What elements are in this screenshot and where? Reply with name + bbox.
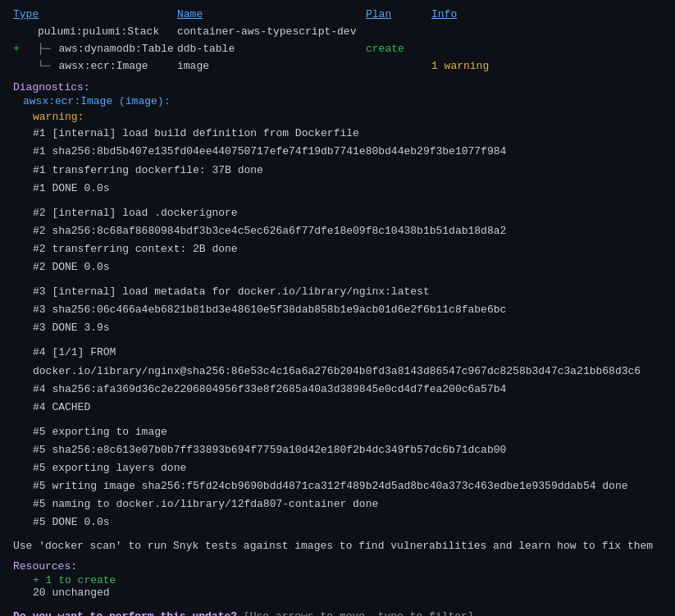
col-header-plan[interactable]: Plan bbox=[366, 8, 431, 21]
log-line: #4 CACHED bbox=[33, 399, 662, 417]
row-type: └─ awsx:ecr:Image bbox=[38, 58, 177, 75]
warning-keyword: warning: bbox=[33, 111, 84, 123]
log-line: #5 sha256:e8c613e07b0b7ff33893b694f7759a… bbox=[33, 441, 662, 459]
terminal: Type Name Plan Info pulumi:pulumi:Stack … bbox=[13, 8, 662, 616]
log-line: #5 exporting layers done bbox=[33, 459, 662, 477]
warning-count: 1 bbox=[431, 60, 445, 72]
log-line: #5 writing image sha256:f5fd24cb9690bdd4… bbox=[33, 477, 662, 495]
col-header-name[interactable]: Name bbox=[177, 8, 366, 21]
resources-header: Resources: bbox=[13, 560, 662, 573]
log-line: #3 [internal] load metadata for docker.i… bbox=[33, 283, 662, 301]
row-info: 1 warning bbox=[431, 58, 489, 75]
row-prefix bbox=[13, 24, 38, 41]
log-line: #5 naming to docker.io/library/12fda807-… bbox=[33, 495, 662, 513]
col-header-info[interactable]: Info bbox=[431, 8, 513, 21]
table-row: + ├─ aws:dynamodb:Table ddb-table create bbox=[13, 41, 662, 58]
tree-line-icon: └─ bbox=[38, 60, 51, 72]
prompt-section: Do you want to perform this update? [Use… bbox=[13, 610, 662, 616]
table-row: pulumi:pulumi:Stack container-aws-typesc… bbox=[13, 24, 662, 41]
log-line: #3 DONE 3.9s bbox=[33, 319, 662, 337]
col-header-type[interactable]: Type bbox=[13, 8, 177, 21]
resources-create-line: + 1 to create bbox=[33, 574, 662, 586]
ecr-image-header: awsx:ecr:Image (image): bbox=[23, 95, 662, 107]
log-line: #3 sha256:06c466a4eb6821b81bd3e48610e5f3… bbox=[33, 301, 662, 319]
resource-table: pulumi:pulumi:Stack container-aws-typesc… bbox=[13, 24, 662, 75]
row-plan: create bbox=[366, 41, 431, 58]
log-group-5: #5 exporting to image #5 sha256:e8c613e0… bbox=[33, 423, 662, 532]
diagnostics-section: Diagnostics: awsx:ecr:Image (image): war… bbox=[13, 81, 662, 552]
log-line: #2 [internal] load .dockerignore bbox=[33, 204, 662, 222]
table-row: └─ awsx:ecr:Image image 1 warning bbox=[13, 58, 662, 75]
log-line: #2 transferring context: 2B done bbox=[33, 240, 662, 258]
tree-line-icon: ├─ bbox=[38, 43, 51, 55]
log-line: #1 [internal] load build definition from… bbox=[33, 125, 662, 143]
log-line: #5 DONE 0.0s bbox=[33, 513, 662, 532]
row-type: pulumi:pulumi:Stack bbox=[38, 24, 177, 41]
row-name: image bbox=[177, 58, 366, 75]
snyk-message: Use 'docker scan' to run Snyk tests agai… bbox=[13, 540, 662, 552]
log-group-4: #4 [1/1] FROM docker.io/library/nginx@sh… bbox=[33, 344, 662, 416]
log-line: #2 sha256:8c68af8680984bdf3b3ce4c5ec626a… bbox=[33, 222, 662, 240]
prompt-question-line: Do you want to perform this update? [Use… bbox=[13, 610, 662, 616]
row-name: container-aws-typescript-dev bbox=[177, 24, 366, 41]
log-line: #1 DONE 0.0s bbox=[33, 180, 662, 198]
log-line: #2 DONE 0.0s bbox=[33, 258, 662, 276]
row-name: ddb-table bbox=[177, 41, 366, 58]
resources-unchanged-line: 20 unchanged bbox=[33, 586, 662, 599]
warning-line: warning: bbox=[33, 111, 662, 123]
log-line: #1 sha256:8bd5b407e135fd04ee440750717efe… bbox=[33, 143, 662, 161]
row-type: ├─ aws:dynamodb:Table bbox=[38, 41, 177, 58]
log-group-3: #3 [internal] load metadata for docker.i… bbox=[33, 283, 662, 337]
row-prefix bbox=[13, 58, 38, 75]
prompt-hint-text: [Use arrows to move, type to filter] bbox=[244, 610, 474, 616]
log-line: #4 sha256:afa369d36c2e2206804956f33e8f26… bbox=[33, 381, 662, 399]
log-group-1: #1 [internal] load build definition from… bbox=[33, 125, 662, 197]
resources-section: Resources: + 1 to create 20 unchanged bbox=[13, 560, 662, 599]
diagnostics-header: Diagnostics: bbox=[13, 81, 662, 94]
log-line: #1 transferring dockerfile: 37B done bbox=[33, 162, 662, 180]
log-line: #4 [1/1] FROM docker.io/library/nginx@sh… bbox=[33, 344, 662, 380]
prompt-question-text: Do you want to perform this update? bbox=[13, 610, 237, 616]
log-group-2: #2 [internal] load .dockerignore #2 sha2… bbox=[33, 204, 662, 276]
row-prefix: + bbox=[13, 41, 38, 58]
log-line: #5 exporting to image bbox=[33, 423, 662, 441]
table-header: Type Name Plan Info bbox=[13, 8, 662, 21]
warning-label: warning bbox=[445, 60, 490, 72]
